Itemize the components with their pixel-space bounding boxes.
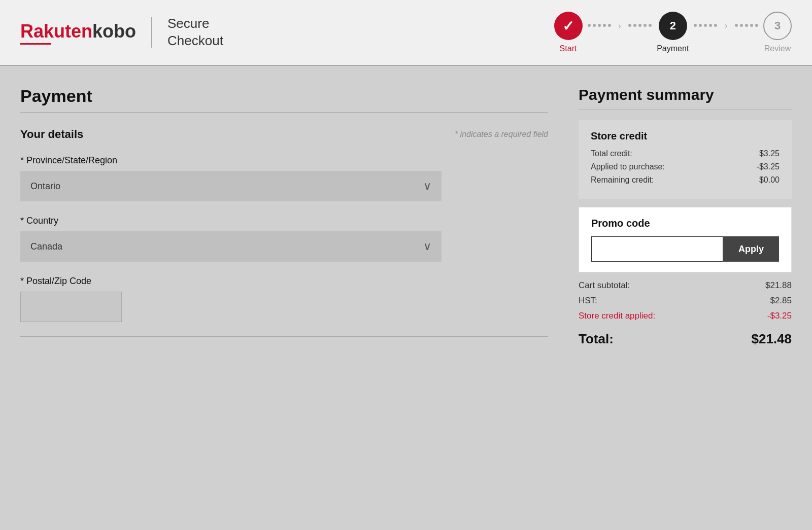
total-value: $21.48 — [751, 331, 792, 347]
step-payment-label: Payment — [657, 44, 689, 53]
store-credit-applied-value: -$3.25 — [767, 311, 792, 321]
province-label: * Province/State/Region — [20, 155, 548, 166]
step-start-label: Start — [560, 44, 577, 53]
credit-applied-value: -$3.25 — [757, 162, 780, 171]
step-payment: 2 Payment — [657, 12, 689, 53]
apply-button[interactable]: Apply — [723, 236, 779, 262]
step-start: Start — [554, 12, 583, 53]
logo-rakuten: Rakuten — [20, 21, 92, 42]
country-select[interactable]: Canada — [20, 231, 442, 262]
province-field-group: * Province/State/Region Ontario ∨ — [20, 155, 548, 201]
total-label: Total: — [579, 331, 614, 347]
checkmark-icon — [562, 18, 574, 34]
logo-underline — [20, 43, 51, 45]
promo-title: Promo code — [591, 218, 779, 229]
step-dots-3 — [694, 24, 717, 41]
subtotal-label: Cart subtotal: — [579, 280, 630, 291]
credit-remaining-value: $0.00 — [759, 175, 780, 185]
postal-label: * Postal/Zip Code — [20, 276, 548, 287]
logo: Rakutenkobo — [20, 21, 136, 45]
province-select[interactable]: Ontario — [20, 171, 442, 201]
credit-applied-label: Applied to purchase: — [591, 162, 665, 171]
summary-row-subtotal: Cart subtotal: $21.88 — [579, 280, 792, 291]
store-credit-applied-label: Store credit applied: — [579, 311, 655, 321]
left-column: Payment Your details * indicates a requi… — [20, 66, 548, 530]
summary-title: Payment summary — [579, 86, 792, 103]
credit-row-total: Total credit: $3.25 — [591, 149, 780, 158]
payment-divider — [20, 112, 548, 113]
store-credit-box: Store credit Total credit: $3.25 Applied… — [579, 120, 792, 199]
postal-field-group: * Postal/Zip Code — [20, 276, 548, 322]
credit-row-applied: Applied to purchase: -$3.25 — [591, 162, 780, 171]
total-row: Total: $21.48 — [579, 331, 792, 347]
your-details-label: Your details — [20, 128, 83, 141]
hst-value: $2.85 — [770, 296, 792, 306]
step-dots-1 — [588, 24, 611, 41]
checkout-steps: Start › 2 Payment › 3 Review — [554, 12, 792, 53]
country-field-group: * Country Canada ∨ — [20, 216, 548, 262]
secure-checkout-label: SecureCheckout — [167, 15, 223, 50]
your-details-row: Your details * indicates a required fiel… — [20, 128, 548, 141]
credit-total-label: Total credit: — [591, 149, 632, 158]
step-dots-2 — [628, 24, 652, 41]
promo-input-row: Apply — [591, 236, 779, 262]
postal-input[interactable] — [20, 292, 122, 322]
country-select-wrapper[interactable]: Canada ∨ — [20, 231, 442, 262]
step-payment-circle: 2 — [659, 12, 687, 40]
hst-label: HST: — [579, 296, 597, 306]
step-arrow-1: › — [618, 20, 622, 46]
credit-total-value: $3.25 — [759, 149, 780, 158]
promo-code-input[interactable] — [591, 236, 723, 262]
right-column: Payment summary Store credit Total credi… — [579, 66, 792, 530]
step-review: 3 Review — [763, 12, 792, 53]
summary-row-hst: HST: $2.85 — [579, 296, 792, 306]
logo-kobo: kobo — [92, 21, 136, 42]
step-start-circle — [554, 12, 583, 40]
step-arrow-2: › — [724, 20, 728, 46]
summary-row-credit-applied: Store credit applied: -$3.25 — [579, 311, 792, 321]
store-credit-title: Store credit — [591, 130, 780, 142]
payment-title: Payment — [20, 86, 548, 106]
credit-row-remaining: Remaining credit: $0.00 — [591, 175, 780, 185]
step-payment-number: 2 — [670, 19, 676, 32]
step-review-label: Review — [764, 44, 791, 53]
subtotal-value: $21.88 — [765, 280, 792, 291]
bottom-divider — [20, 336, 548, 337]
step-dots-4 — [735, 24, 758, 41]
logo-divider — [151, 17, 152, 48]
summary-rows: Cart subtotal: $21.88 HST: $2.85 Store c… — [579, 280, 792, 347]
required-note: * indicates a required field — [455, 130, 548, 139]
promo-code-box: Promo code Apply — [579, 207, 792, 272]
credit-remaining-label: Remaining credit: — [591, 175, 654, 185]
step-review-circle: 3 — [763, 12, 792, 40]
province-select-wrapper[interactable]: Ontario ∨ — [20, 171, 442, 201]
country-label: * Country — [20, 216, 548, 226]
step-review-number: 3 — [774, 19, 781, 32]
main-content: Payment Your details * indicates a requi… — [0, 66, 812, 530]
header: Rakutenkobo SecureCheckout Start › 2 Pay… — [0, 0, 812, 66]
summary-divider — [579, 110, 792, 110]
